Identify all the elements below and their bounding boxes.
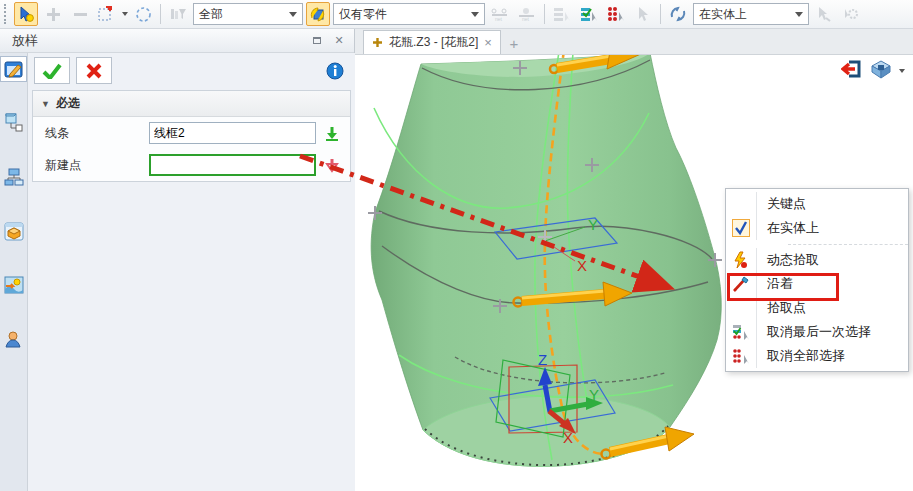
top-toolbar: 全部 仅有零件 net net 在实体上	[0, 0, 913, 29]
tab-close-icon[interactable]: ×	[484, 35, 492, 50]
sidebar-item-dialog-edit[interactable]	[0, 56, 27, 82]
pick-gear-icon[interactable]	[839, 2, 863, 26]
svg-text:net: net	[495, 16, 503, 21]
required-group: ▼ 必选 线条 新建点	[32, 90, 351, 182]
tab-plus-icon	[372, 37, 383, 48]
required-section-title: 必选	[56, 95, 80, 112]
user-icon	[4, 330, 23, 349]
assembly-node-icon	[4, 113, 24, 133]
3d-viewport[interactable]: X Y Z Y X	[355, 55, 913, 491]
toolbar-separator	[544, 4, 545, 24]
list-pick-blue-icon[interactable]	[577, 2, 601, 26]
new-point-label: 新建点	[45, 157, 145, 174]
pick-cursor-2-icon[interactable]	[812, 2, 836, 26]
tab-active-document[interactable]: 花瓶.Z3 - [花瓶2] ×	[363, 30, 501, 54]
loft-panel: 放样 ✕	[0, 29, 355, 491]
new-tab-plus-icon: +	[510, 35, 519, 52]
bottom-axis-x-label: X	[563, 429, 573, 446]
checked-icon	[732, 219, 750, 237]
view-orientation-caret[interactable]	[899, 69, 905, 73]
mid-axis-y-label: Y	[588, 216, 598, 233]
sidebar-item-user[interactable]	[0, 326, 27, 352]
menu-item-along[interactable]: 沿着	[726, 272, 908, 296]
panel-close-button[interactable]: ✕	[330, 33, 348, 48]
panel-empty-area	[28, 184, 355, 491]
cancel-x-icon	[86, 63, 102, 79]
menu-item-undo-last-pick[interactable]: 取消最后一次选择	[726, 320, 908, 344]
dialog-edit-icon	[4, 60, 24, 79]
bottom-axis-y-label: Y	[589, 386, 599, 403]
rotate-view-icon[interactable]	[666, 2, 690, 26]
entity-filter-dropdown[interactable]: 仅有零件	[333, 3, 485, 25]
required-section-header[interactable]: ▼ 必选	[33, 91, 350, 117]
panel-titlebar: 放样 ✕	[0, 29, 354, 53]
entity-filter-value: 仅有零件	[339, 6, 387, 23]
manager-sidebar	[0, 53, 28, 491]
lasso-icon[interactable]	[131, 2, 155, 26]
history-tree-icon	[4, 168, 24, 186]
panel-restore-button[interactable]	[308, 33, 326, 48]
curves-input[interactable]	[149, 122, 316, 144]
tab-label: 花瓶.Z3 - [花瓶2]	[389, 34, 478, 51]
new-point-field-row: 新建点	[33, 149, 350, 181]
chevron-down-icon	[471, 12, 479, 17]
new-tab-button[interactable]: +	[501, 32, 527, 54]
scope-dropdown[interactable]: 全部	[193, 3, 303, 25]
pick-mode-dropdown[interactable]: 在实体上	[693, 3, 809, 25]
list-pick-red-icon[interactable]	[604, 2, 628, 26]
menu-item-on-entity[interactable]: 在实体上	[726, 216, 908, 240]
svg-text:net: net	[522, 16, 530, 21]
view-orientation-icon[interactable]	[870, 59, 892, 82]
add-entity-icon[interactable]	[41, 2, 65, 26]
menu-item-keypoint[interactable]: 关键点	[726, 192, 908, 216]
apply-pick-red-icon[interactable]	[320, 154, 344, 176]
bottom-axis-z-label: Z	[538, 351, 547, 368]
filter-funnel-icon[interactable]	[166, 2, 190, 26]
measure-offset-icon[interactable]: net	[515, 2, 539, 26]
curves-label: 线条	[45, 125, 145, 142]
pick-cursor-icon[interactable]	[631, 2, 655, 26]
curves-field-row: 线条	[33, 117, 350, 149]
cancel-button[interactable]	[76, 57, 112, 84]
toolbar-grip[interactable]	[4, 4, 9, 24]
scope-dropdown-value: 全部	[199, 6, 223, 23]
menu-separator	[726, 240, 908, 248]
lightning-icon	[733, 251, 749, 269]
pick-from-list-icon[interactable]	[306, 2, 330, 26]
new-point-input[interactable]	[149, 154, 316, 176]
visual-cube-icon	[4, 222, 24, 241]
document-tabbar: 花瓶.Z3 - [花瓶2] × +	[355, 29, 913, 55]
menu-item-pick-point[interactable]: 拾取点	[726, 296, 908, 320]
ok-check-icon	[42, 63, 62, 79]
measure-distance-icon[interactable]: net	[488, 2, 512, 26]
along-pen-icon	[732, 275, 750, 293]
sidebar-item-visual-manager[interactable]	[0, 218, 27, 244]
toolbar-separator	[160, 4, 161, 24]
add-box-caret[interactable]	[122, 12, 128, 16]
clear-all-picks-icon	[732, 348, 751, 365]
collapse-icon: ▼	[41, 99, 50, 109]
panel-title: 放样	[12, 32, 38, 50]
list-last-pick-icon[interactable]	[550, 2, 574, 26]
menu-item-clear-all-picks[interactable]: 取消全部选择	[726, 344, 908, 368]
close-icon: ✕	[334, 34, 343, 47]
chevron-down-icon	[289, 12, 297, 17]
apply-pick-green-icon[interactable]	[320, 122, 344, 144]
restore-icon	[313, 37, 321, 44]
mid-axis-x-label: X	[577, 257, 587, 274]
toolbar-separator	[660, 4, 661, 24]
pick-mode-value: 在实体上	[699, 6, 747, 23]
add-box-icon[interactable]	[95, 2, 119, 26]
remove-entity-icon[interactable]	[68, 2, 92, 26]
menu-item-dynamic-pick[interactable]: 动态拾取	[726, 248, 908, 272]
smart-pick-cursor-icon[interactable]	[14, 2, 38, 26]
chevron-down-icon	[795, 12, 803, 17]
ok-button[interactable]	[34, 57, 70, 84]
sidebar-item-assembly[interactable]	[0, 110, 27, 136]
sidebar-item-history[interactable]	[0, 164, 27, 190]
info-button[interactable]	[321, 59, 349, 83]
exit-sketch-icon[interactable]	[841, 59, 863, 82]
pick-context-menu: 关键点 在实体上 动态拾取	[725, 188, 909, 372]
info-icon	[326, 62, 344, 80]
sidebar-item-view-image[interactable]	[0, 272, 27, 298]
